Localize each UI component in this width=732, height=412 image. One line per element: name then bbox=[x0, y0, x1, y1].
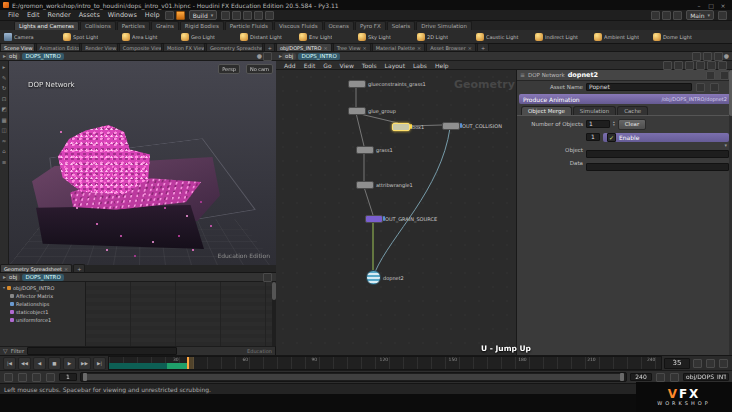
home-view-icon[interactable]: ⌂ bbox=[2, 149, 6, 155]
shelf-tool-env-light[interactable]: Env Light bbox=[299, 33, 358, 41]
shelf-tool-camera[interactable]: Camera bbox=[4, 33, 63, 41]
shelf-tool-geo-light[interactable]: Geo Light bbox=[181, 33, 240, 41]
toolbar-icon[interactable] bbox=[703, 52, 712, 61]
tree-item-relationships[interactable]: Relationships bbox=[0, 300, 85, 308]
range-handle-right[interactable] bbox=[620, 373, 624, 381]
shelf-tab[interactable]: Drive Simulation bbox=[416, 21, 472, 30]
toolbar-icon[interactable] bbox=[714, 52, 723, 61]
node-attribwrangle1[interactable]: attribwrangle1 bbox=[356, 181, 413, 189]
menu-render[interactable]: Render bbox=[43, 11, 74, 19]
close-button[interactable]: × bbox=[717, 2, 729, 9]
shelf-tab[interactable]: Oceans bbox=[324, 21, 354, 30]
tab-animation-editor[interactable]: Animation Editor× bbox=[36, 43, 81, 51]
range-start-field[interactable] bbox=[59, 373, 77, 381]
menu-help[interactable]: Help bbox=[141, 11, 164, 19]
node-out-collision[interactable]: OUT_COLLISION bbox=[442, 122, 502, 130]
camera-menu[interactable]: Persp bbox=[218, 64, 240, 74]
close-icon[interactable]: × bbox=[468, 45, 472, 51]
toolbar-icon[interactable] bbox=[710, 83, 719, 92]
spin-down-icon[interactable]: ▾ bbox=[613, 124, 615, 127]
translate-tool-icon[interactable]: ⊡ bbox=[2, 97, 7, 103]
step-forward-button[interactable]: ▶▶ bbox=[78, 357, 91, 370]
lock-icon[interactable]: ● bbox=[257, 53, 262, 59]
shelf-tab[interactable]: Rigid Bodies bbox=[180, 21, 224, 30]
audio-icon[interactable] bbox=[46, 373, 55, 382]
maximize-button[interactable]: □ bbox=[705, 2, 717, 9]
scope-icon[interactable] bbox=[32, 373, 41, 382]
node-out-grain-source[interactable]: OUT_GRAIN_SOURCE bbox=[365, 215, 437, 223]
toolbar-icon[interactable] bbox=[685, 61, 694, 70]
toolbar-icon[interactable] bbox=[696, 83, 705, 92]
node-name-field[interactable]: dopnet2 bbox=[568, 71, 598, 79]
tree-item-root[interactable]: ▾obj/DOPS_INTRO bbox=[0, 284, 85, 292]
node-box1[interactable]: box1 bbox=[392, 123, 424, 131]
scoped-channels-field[interactable] bbox=[683, 373, 729, 381]
data-input[interactable] bbox=[586, 163, 729, 171]
menu-view[interactable]: View bbox=[336, 62, 358, 69]
wave-icon[interactable]: ≈ bbox=[2, 139, 7, 145]
node-body[interactable] bbox=[348, 80, 366, 88]
go-end-button[interactable]: ▶| bbox=[93, 357, 106, 370]
toolbar-icon[interactable] bbox=[696, 61, 705, 70]
stop-button[interactable]: ■ bbox=[48, 357, 61, 370]
num-objects-field[interactable] bbox=[586, 120, 610, 128]
param-tab-simulation[interactable]: Simulation bbox=[573, 106, 616, 115]
toolbar-icon[interactable] bbox=[176, 11, 185, 20]
realtime-toggle-icon[interactable] bbox=[693, 359, 702, 368]
menu-windows[interactable]: Windows bbox=[104, 11, 141, 19]
filter-input[interactable] bbox=[27, 347, 177, 355]
desktop-selector[interactable]: Build ▾ bbox=[189, 10, 218, 20]
clear-button[interactable]: Clear bbox=[618, 119, 646, 130]
path-context[interactable]: obj bbox=[282, 53, 296, 60]
toolbar-icon[interactable] bbox=[221, 11, 230, 20]
new-tab-button[interactable]: + bbox=[264, 43, 275, 51]
shelf-tab[interactable]: Grains bbox=[151, 21, 179, 30]
timeline-ruler[interactable]: 30 60 90 120 150 180 210 240 bbox=[108, 356, 662, 370]
range-handle-left[interactable] bbox=[83, 373, 87, 381]
edit-tool-icon[interactable]: ✎ bbox=[2, 76, 7, 82]
update-mode-icon[interactable] bbox=[670, 373, 679, 382]
node-dopnet2[interactable]: dopnet2 bbox=[366, 270, 404, 285]
close-icon[interactable]: × bbox=[417, 45, 421, 51]
grip-icon[interactable]: ≡ bbox=[520, 72, 525, 78]
close-icon[interactable]: × bbox=[363, 45, 367, 51]
close-icon[interactable]: × bbox=[323, 45, 327, 51]
toolbar-icon[interactable] bbox=[674, 61, 683, 70]
path-node[interactable]: DOPS_INTRO bbox=[22, 53, 63, 60]
shelf-tab[interactable]: Viscous Fluids bbox=[274, 21, 323, 30]
tab-asset-browser[interactable]: Asset Browser× bbox=[426, 43, 476, 51]
path-node[interactable]: DOPS_INTRO bbox=[22, 274, 63, 281]
node-body[interactable] bbox=[356, 146, 374, 154]
minimize-button[interactable]: – bbox=[693, 2, 705, 9]
render-flag[interactable] bbox=[460, 123, 462, 128]
tab-scene-view[interactable]: Scene View× bbox=[0, 43, 35, 51]
tab-tree-view[interactable]: Tree View× bbox=[333, 43, 371, 51]
new-tab-button[interactable]: + bbox=[73, 264, 85, 272]
spreadsheet-table[interactable] bbox=[86, 282, 276, 346]
shelf-tool-dome-light[interactable]: Dome Light bbox=[653, 33, 712, 41]
range-end-field[interactable] bbox=[630, 373, 652, 381]
desktop-main-selector[interactable]: Main ▾ bbox=[686, 10, 714, 20]
toolbar-icon[interactable] bbox=[718, 61, 727, 70]
tab-material-palette[interactable]: Material Palette× bbox=[372, 43, 425, 51]
shade-mode-icon[interactable]: ◫ bbox=[1, 128, 6, 134]
chevron-down-icon[interactable]: ▾ bbox=[724, 142, 727, 148]
tab-network-dops-intro[interactable]: obj/DOPS_INTRO× bbox=[276, 43, 332, 51]
shelf-tab[interactable]: Collisions bbox=[80, 21, 116, 30]
menu-file[interactable]: File bbox=[4, 11, 23, 19]
scale-tool-icon[interactable]: ◩ bbox=[1, 107, 6, 113]
close-icon[interactable]: × bbox=[64, 266, 68, 272]
display-flag[interactable] bbox=[410, 124, 412, 129]
shelf-tool-2d-light[interactable]: 2D Light bbox=[417, 33, 476, 41]
menu-tools[interactable]: Tools bbox=[358, 62, 381, 69]
toolbar-icon[interactable] bbox=[263, 273, 272, 282]
node-glueconstraints[interactable]: glueconstraints_grass1 bbox=[348, 80, 426, 88]
node-body[interactable] bbox=[348, 107, 366, 115]
path-context[interactable]: obj bbox=[6, 274, 20, 281]
key-icon[interactable] bbox=[18, 373, 27, 382]
menu-labs[interactable]: Labs bbox=[409, 62, 431, 69]
toolbar-icon[interactable] bbox=[720, 71, 729, 80]
playback-range-slider[interactable] bbox=[80, 372, 627, 382]
parameter-banner[interactable]: Produce Animation /obj/DOPS_INTRO/dopnet… bbox=[519, 94, 731, 104]
node-body[interactable] bbox=[356, 181, 374, 189]
